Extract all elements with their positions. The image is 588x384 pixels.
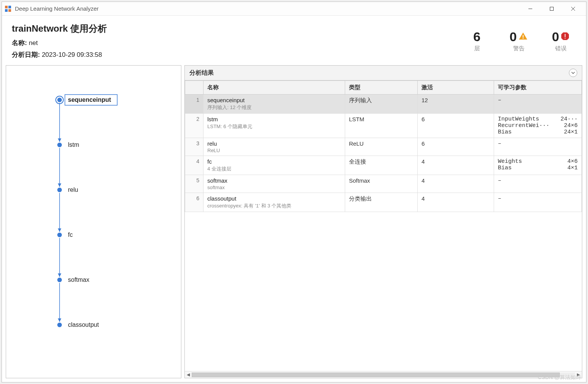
- row-name-cell: classoutputcrossentropyex: 具有 '1' 和 3 个其…: [204, 193, 345, 212]
- row-type-cell: 序列输入: [345, 95, 418, 114]
- stat-layers: 6 层: [465, 29, 488, 52]
- row-learnables-cell: –: [494, 138, 582, 156]
- row-activations-cell: 6: [418, 138, 494, 156]
- svg-rect-3: [8, 9, 11, 12]
- table-row[interactable]: 2lstmLSTM: 6 个隐藏单元LSTM6InputWeights24···…: [185, 114, 582, 138]
- maximize-button[interactable]: [541, 2, 562, 16]
- row-index: 1: [185, 95, 204, 114]
- header: trainNetwork 使用分析 名称: net 分析日期: 2023-10-…: [2, 16, 586, 63]
- close-button[interactable]: [562, 2, 584, 16]
- svg-rect-1: [8, 6, 11, 8]
- graph-panel[interactable]: sequenceinputlstmrelufcsoftmaxclassoutpu…: [6, 65, 181, 378]
- svg-rect-8: [523, 35, 523, 37]
- row-activations-cell: 4: [418, 193, 494, 212]
- graph-node-label[interactable]: classoutput: [68, 321, 99, 328]
- stat-errors: 0 错误: [549, 29, 572, 52]
- page-title: trainNetwork 使用分析: [12, 22, 465, 35]
- graph-node-label[interactable]: lstm: [68, 141, 79, 148]
- row-activations-cell: 4: [418, 175, 494, 193]
- svg-rect-0: [5, 6, 8, 8]
- row-name-cell: softmaxsoftmax: [204, 175, 345, 193]
- graph-node[interactable]: [57, 98, 62, 102]
- table-row[interactable]: 1sequenceinput序列输入: 12 个维度序列输入12–: [185, 95, 582, 114]
- row-learnables-cell: –: [494, 193, 582, 212]
- row-name-cell: lstmLSTM: 6 个隐藏单元: [204, 114, 345, 138]
- table-row[interactable]: 4fc4 全连接层全连接4Weights4×6Bias4×1: [185, 156, 582, 175]
- expand-button[interactable]: [569, 69, 577, 77]
- app-icon: [4, 5, 12, 13]
- row-learnables-cell: Weights4×6Bias4×1: [494, 156, 582, 175]
- row-learnables-cell: –: [494, 175, 582, 193]
- row-activations-cell: 6: [418, 114, 494, 138]
- window-title: Deep Learning Network Analyzer: [15, 5, 520, 12]
- row-index: 2: [185, 114, 204, 138]
- svg-rect-2: [5, 9, 8, 12]
- layer-graph[interactable]: sequenceinputlstmrelufcsoftmaxclassoutpu…: [10, 69, 177, 374]
- row-type-cell: LSTM: [345, 114, 418, 138]
- titlebar: Deep Learning Network Analyzer: [2, 2, 586, 16]
- minimize-button[interactable]: [520, 2, 541, 16]
- row-learnables-cell: InputWeights24···RecurrentWei···24×6Bias…: [494, 114, 582, 138]
- row-index: 6: [185, 193, 204, 212]
- warning-icon: [518, 31, 528, 43]
- network-name-row: 名称: net: [12, 39, 465, 47]
- stat-warnings: 0 警告: [507, 29, 530, 52]
- row-index: 4: [185, 156, 204, 175]
- col-learnables[interactable]: 可学习参数: [494, 81, 582, 95]
- scroll-thumb[interactable]: [192, 373, 560, 377]
- row-name-cell: fc4 全连接层: [204, 156, 345, 175]
- svg-rect-9: [523, 38, 523, 39]
- table-row[interactable]: 5softmaxsoftmaxSoftmax4–: [185, 175, 582, 193]
- graph-node[interactable]: [57, 323, 62, 327]
- svg-rect-12: [565, 38, 565, 39]
- table-row[interactable]: 6classoutputcrossentropyex: 具有 '1' 和 3 个…: [185, 193, 582, 212]
- graph-node[interactable]: [57, 278, 62, 282]
- horizontal-scrollbar[interactable]: ◀ ▶: [185, 371, 582, 378]
- row-type-cell: Softmax: [345, 175, 418, 193]
- svg-rect-11: [565, 34, 565, 37]
- row-name-cell: sequenceinput序列输入: 12 个维度: [204, 95, 345, 114]
- col-activations[interactable]: 激活: [418, 81, 494, 95]
- content: sequenceinputlstmrelufcsoftmaxclassoutpu…: [2, 63, 586, 382]
- stats: 6 层 0 警告 0 错误: [465, 22, 576, 52]
- table-row[interactable]: 3reluReLUReLU6–: [185, 138, 582, 156]
- scroll-left-icon[interactable]: ◀: [185, 372, 192, 377]
- graph-node-label[interactable]: fc: [68, 231, 73, 238]
- results-panel: 分析结果 名称 类型 激活 可学习参数: [184, 65, 582, 378]
- row-index: 5: [185, 175, 204, 193]
- window-controls: [520, 2, 584, 16]
- svg-rect-5: [550, 7, 554, 10]
- graph-node-label[interactable]: softmax: [68, 276, 89, 283]
- results-header: 分析结果: [185, 66, 582, 80]
- row-name-cell: reluReLU: [204, 138, 345, 156]
- col-name[interactable]: 名称: [204, 81, 345, 95]
- app-window: Deep Learning Network Analyzer trainNetw…: [2, 2, 586, 382]
- row-index: 3: [185, 138, 204, 156]
- results-table-wrap[interactable]: 名称 类型 激活 可学习参数 1sequenceinput序列输入: 12 个维…: [185, 80, 582, 371]
- error-icon: [561, 32, 570, 42]
- analysis-date-row: 分析日期: 2023-10-29 09:33:58: [12, 50, 465, 59]
- row-learnables-cell: –: [494, 95, 582, 114]
- row-type-cell: 分类输出: [345, 193, 418, 212]
- results-title: 分析结果: [189, 69, 214, 77]
- row-activations-cell: 12: [418, 95, 494, 114]
- graph-node[interactable]: [57, 143, 62, 147]
- row-activations-cell: 4: [418, 156, 494, 175]
- row-type-cell: 全连接: [345, 156, 418, 175]
- graph-node-label[interactable]: sequenceinput: [68, 96, 111, 103]
- watermark: CSDN @算法如诗: [538, 374, 581, 381]
- row-type-cell: ReLU: [345, 138, 418, 156]
- results-table: 名称 类型 激活 可学习参数 1sequenceinput序列输入: 12 个维…: [185, 80, 582, 212]
- graph-node-label[interactable]: relu: [68, 186, 78, 193]
- col-type[interactable]: 类型: [345, 81, 418, 95]
- graph-node[interactable]: [57, 233, 62, 237]
- col-index[interactable]: [185, 81, 204, 95]
- graph-node[interactable]: [57, 188, 62, 192]
